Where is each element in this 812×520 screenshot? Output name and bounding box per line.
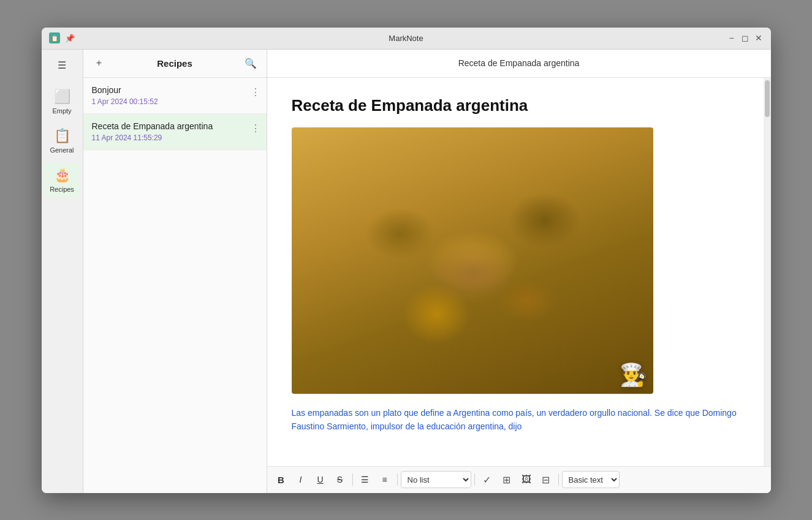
content-header-title: Receta de Empanada argentina bbox=[458, 58, 580, 68]
toolbar-separator-4 bbox=[558, 473, 559, 486]
title-bar: 📋 📌 MarkNote − ◻ ✕ bbox=[42, 28, 771, 50]
list-style-select[interactable]: No list Bullet list Numbered list Task l… bbox=[401, 471, 471, 488]
content-area: Receta de Empanada argentina Receta de E… bbox=[267, 50, 771, 493]
app-icon: 📋 bbox=[49, 32, 60, 43]
close-button[interactable]: ✕ bbox=[754, 33, 764, 43]
sidebar-item-empty-label: Empty bbox=[52, 107, 71, 115]
note-item-empanada-title: Receta de Empanada argentina bbox=[92, 121, 258, 131]
toolbar-separator-2 bbox=[397, 473, 398, 486]
search-button[interactable]: 🔍 bbox=[242, 55, 259, 72]
note-item-bonjour-more[interactable]: ⋮ bbox=[251, 86, 260, 98]
toolbar-separator-1 bbox=[352, 473, 353, 486]
chef-emoji: 👨‍🍳 bbox=[620, 362, 647, 388]
menu-button[interactable]: ☰ bbox=[51, 55, 73, 77]
empanada-image bbox=[292, 127, 653, 394]
sidebar-top: ☰ ⬜ Empty 📋 General 🎂 Recipes bbox=[42, 55, 83, 199]
bold-button[interactable]: B bbox=[272, 470, 290, 489]
align-right-button[interactable]: ≡ bbox=[376, 470, 394, 489]
pin-icon[interactable]: 📌 bbox=[65, 34, 75, 43]
content-header: Receta de Empanada argentina bbox=[267, 50, 771, 78]
strikethrough-button[interactable]: S bbox=[331, 470, 349, 489]
text-style-select[interactable]: Basic text Heading 1 Heading 2 Heading 3 bbox=[562, 471, 620, 488]
recipes-icon: 🎂 bbox=[54, 167, 70, 183]
app-window: 📋 📌 MarkNote − ◻ ✕ ☰ ⬜ Empty 📋 General bbox=[42, 28, 771, 493]
note-item-empanada-date: 11 Apr 2024 11:55:29 bbox=[92, 134, 258, 142]
maximize-button[interactable]: ◻ bbox=[740, 33, 750, 43]
sidebar: ☰ ⬜ Empty 📋 General 🎂 Recipes bbox=[42, 50, 83, 493]
sidebar-item-recipes[interactable]: 🎂 Recipes bbox=[44, 162, 80, 198]
general-icon: 📋 bbox=[54, 128, 70, 144]
check-button[interactable]: ✓ bbox=[478, 470, 496, 489]
note-item-bonjour[interactable]: Bonjour 1 Apr 2024 00:15:52 ⋮ bbox=[83, 78, 267, 114]
window-title: MarkNote bbox=[389, 34, 423, 43]
note-image: 👨‍🍳 bbox=[292, 127, 653, 394]
note-item-empanada-more[interactable]: ⋮ bbox=[251, 122, 260, 134]
note-title: Receta de Empanada argentina bbox=[292, 96, 746, 115]
title-bar-left: 📋 📌 bbox=[49, 32, 75, 43]
scrollbar-thumb[interactable] bbox=[765, 80, 770, 117]
note-body-text: Las empanadas son un plato que define a … bbox=[292, 406, 746, 434]
table-button[interactable]: ⊞ bbox=[498, 470, 516, 489]
format-toolbar: B I U S ☰ ≡ No list Bullet list Numbered… bbox=[267, 466, 771, 493]
align-left-button[interactable]: ☰ bbox=[356, 470, 374, 489]
image-button[interactable]: 🖼 bbox=[517, 470, 536, 489]
main-layout: ☰ ⬜ Empty 📋 General 🎂 Recipes + Recipe bbox=[42, 50, 771, 493]
sidebar-item-empty[interactable]: ⬜ Empty bbox=[44, 84, 80, 119]
notes-panel: + Recipes 🔍 Bonjour 1 Apr 2024 00:15:52 … bbox=[83, 50, 267, 493]
note-item-empanada[interactable]: Receta de Empanada argentina 11 Apr 2024… bbox=[83, 114, 267, 150]
grid-button[interactable]: ⊟ bbox=[537, 470, 555, 489]
underline-button[interactable]: U bbox=[311, 470, 330, 489]
sidebar-item-recipes-label: Recipes bbox=[50, 186, 74, 193]
title-bar-controls: − ◻ ✕ bbox=[727, 33, 764, 43]
add-note-button[interactable]: + bbox=[91, 55, 108, 72]
content-scroll[interactable]: Receta de Empanada argentina 👨‍🍳 Las emp… bbox=[267, 78, 771, 466]
sidebar-item-general[interactable]: 📋 General bbox=[44, 123, 80, 159]
italic-button[interactable]: I bbox=[292, 470, 310, 489]
minimize-button[interactable]: − bbox=[727, 33, 737, 43]
notes-panel-header: + Recipes 🔍 bbox=[83, 50, 267, 78]
sidebar-item-general-label: General bbox=[50, 146, 74, 154]
notes-list: Bonjour 1 Apr 2024 00:15:52 ⋮ Receta de … bbox=[83, 78, 267, 493]
scrollbar-track bbox=[764, 78, 771, 466]
note-item-bonjour-date: 1 Apr 2024 00:15:52 bbox=[92, 97, 258, 106]
note-item-bonjour-title: Bonjour bbox=[92, 85, 258, 95]
empty-icon: ⬜ bbox=[54, 89, 70, 105]
notes-panel-title: Recipes bbox=[108, 58, 242, 69]
toolbar-separator-3 bbox=[474, 473, 475, 486]
